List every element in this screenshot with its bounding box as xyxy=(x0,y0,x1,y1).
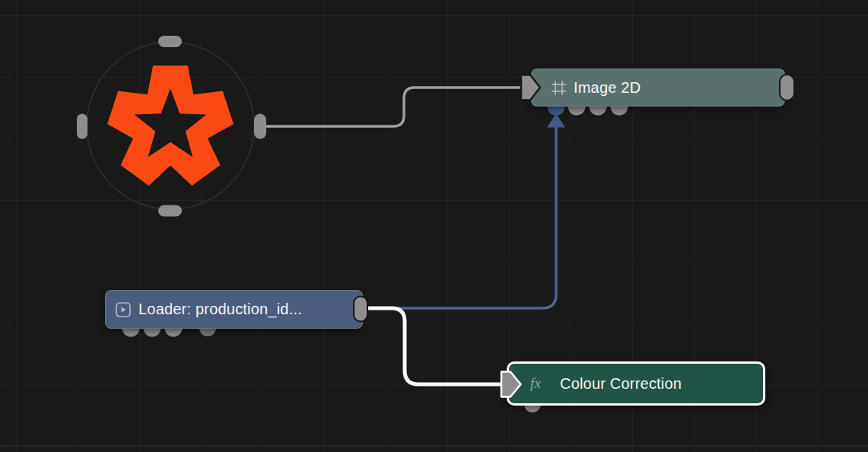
loader-output-port[interactable] xyxy=(354,297,367,322)
star-port-bottom[interactable] xyxy=(158,205,182,217)
colour-correction-input-port[interactable] xyxy=(501,372,521,397)
star-port-right[interactable] xyxy=(254,114,266,139)
image2d-input-port[interactable] xyxy=(521,75,540,100)
star-port-left[interactable] xyxy=(77,114,87,139)
wire-arrowhead xyxy=(547,113,565,128)
node-editor-canvas[interactable]: Image 2D Loader: production_id... fx Col… xyxy=(0,0,868,452)
star-port-top[interactable] xyxy=(158,36,182,47)
image2d-output-port[interactable] xyxy=(780,75,794,100)
